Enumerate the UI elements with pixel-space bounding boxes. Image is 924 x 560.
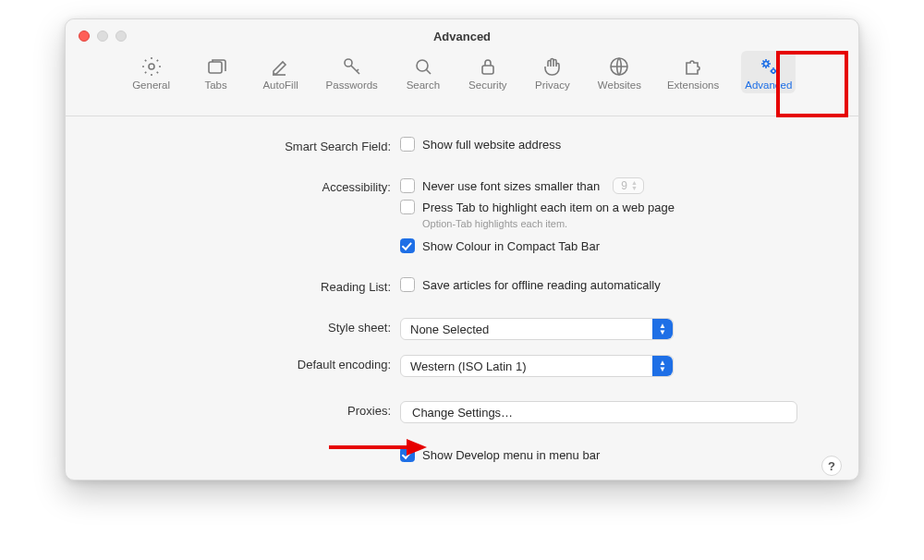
- globe-icon: [608, 55, 630, 78]
- default-encoding-value: Western (ISO Latin 1): [410, 359, 526, 373]
- tab-general[interactable]: General: [128, 51, 175, 93]
- default-encoding-label: Default encoding:: [95, 355, 391, 371]
- svg-rect-1: [209, 62, 222, 73]
- tab-label: Security: [468, 79, 507, 91]
- key-icon: [341, 55, 363, 78]
- tab-extensions[interactable]: Extensions: [663, 51, 723, 93]
- tab-label: Passwords: [326, 79, 378, 91]
- help-button[interactable]: ?: [821, 456, 842, 476]
- tabs-icon: [205, 55, 227, 78]
- tab-label: Websites: [598, 79, 641, 91]
- press-tab-checkbox[interactable]: [400, 200, 415, 214]
- lock-icon: [477, 55, 499, 78]
- style-sheet-value: None Selected: [410, 323, 489, 336]
- svg-point-3: [417, 60, 428, 71]
- tab-label: Advanced: [745, 79, 792, 91]
- reading-list-label: Reading List:: [95, 277, 391, 294]
- chevron-updown-icon: ▲▼: [652, 319, 673, 339]
- show-full-address-checkbox-row: Show full website address: [400, 137, 797, 152]
- tab-privacy[interactable]: Privacy: [529, 51, 576, 93]
- save-offline-checkbox[interactable]: [400, 277, 415, 292]
- preferences-window: Advanced General Tabs AutoFill: [65, 18, 859, 481]
- svg-point-0: [149, 64, 154, 69]
- traffic-lights: [79, 30, 127, 42]
- accessibility-label: Accessibility:: [95, 177, 391, 194]
- show-colour-label: Show Colour in Compact Tab Bar: [422, 239, 600, 253]
- gear-icon: [140, 55, 163, 78]
- tab-autofill[interactable]: AutoFill: [258, 51, 304, 93]
- svg-point-7: [772, 69, 775, 73]
- window-title: Advanced: [66, 19, 858, 51]
- tab-security[interactable]: Security: [465, 51, 511, 93]
- smart-search-label: Smart Search Field:: [95, 137, 391, 153]
- never-smaller-label: Never use font sizes smaller than: [422, 179, 600, 193]
- tab-websites[interactable]: Websites: [594, 51, 645, 93]
- press-tab-label: Press Tab to highlight each item on a we…: [422, 201, 675, 214]
- change-settings-label: Change Settings…: [412, 406, 513, 420]
- tab-label: Privacy: [535, 79, 570, 91]
- show-full-address-checkbox[interactable]: [400, 137, 415, 152]
- pencil-icon: [270, 55, 292, 78]
- save-offline-label: Save articles for offline reading automa…: [422, 278, 661, 292]
- tab-label: General: [132, 79, 170, 91]
- tab-label: Search: [407, 79, 440, 91]
- style-sheet-label: Style sheet:: [95, 318, 391, 335]
- font-size-stepper[interactable]: 9 ▲▼: [613, 177, 644, 194]
- minimize-window-button[interactable]: [97, 30, 108, 42]
- show-colour-checkbox[interactable]: [400, 238, 415, 253]
- tab-label: Extensions: [667, 79, 719, 91]
- show-full-address-label: Show full website address: [422, 138, 561, 152]
- titlebar: Advanced General Tabs AutoFill: [66, 19, 858, 116]
- change-settings-button[interactable]: Change Settings…: [400, 401, 797, 423]
- proxies-label: Proxies:: [95, 401, 391, 418]
- tab-label: AutoFill: [262, 79, 298, 91]
- tab-advanced[interactable]: Advanced: [741, 51, 796, 93]
- svg-point-2: [345, 59, 352, 67]
- tab-label: Tabs: [204, 79, 226, 91]
- hand-icon: [541, 55, 564, 78]
- svg-rect-4: [482, 66, 493, 74]
- option-tab-hint: Option-Tab highlights each item.: [400, 218, 797, 229]
- tab-search[interactable]: Search: [400, 51, 446, 93]
- puzzle-icon: [682, 55, 704, 78]
- chevron-updown-icon: ▲▼: [652, 356, 673, 376]
- help-label: ?: [828, 459, 835, 473]
- tab-passwords[interactable]: Passwords: [322, 51, 382, 93]
- style-sheet-select[interactable]: None Selected ▲▼: [400, 318, 674, 340]
- default-encoding-select[interactable]: Western (ISO Latin 1) ▲▼: [400, 355, 674, 377]
- show-develop-label: Show Develop menu in menu bar: [422, 448, 600, 462]
- font-size-value: 9: [621, 179, 627, 192]
- develop-label: [95, 447, 391, 450]
- svg-point-6: [763, 62, 768, 67]
- stepper-arrows-icon: ▲▼: [631, 180, 638, 191]
- advanced-content: Smart Search Field: Show full website ad…: [66, 116, 858, 491]
- close-window-button[interactable]: [79, 30, 90, 42]
- preferences-toolbar: General Tabs AutoFill Passwords: [66, 51, 858, 116]
- zoom-window-button[interactable]: [116, 30, 127, 42]
- gears-icon: [758, 55, 780, 78]
- search-icon: [412, 55, 434, 78]
- show-develop-checkbox[interactable]: [400, 447, 415, 462]
- tab-tabs[interactable]: Tabs: [193, 51, 239, 93]
- never-smaller-checkbox[interactable]: [400, 178, 415, 193]
